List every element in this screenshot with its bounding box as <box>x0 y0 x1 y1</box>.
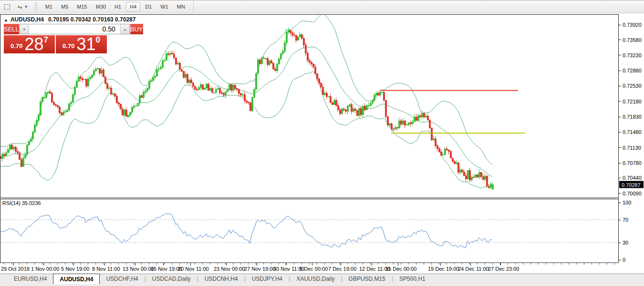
candle-body <box>55 105 56 106</box>
tab-usdchf-h4[interactable]: USDCHF,H4 <box>100 274 144 284</box>
tab-audusd-h4[interactable]: AUDUSD,H4 <box>53 274 100 284</box>
candle-body <box>131 107 133 112</box>
timeframe-button-h4[interactable]: H4 <box>126 2 140 11</box>
timeframe-button-m15[interactable]: M15 <box>73 2 91 11</box>
sell-price-big: 28 <box>24 37 43 52</box>
timeframe-button-w1[interactable]: W1 <box>156 2 172 11</box>
candle-body <box>59 107 60 112</box>
candle-body <box>366 106 367 110</box>
candle-body <box>57 106 58 107</box>
candle-body <box>421 113 423 117</box>
time-axis-label: 19 Dec 19:00 <box>428 266 459 272</box>
candle-body <box>461 170 463 172</box>
candle-body <box>297 37 299 40</box>
candle-body <box>452 158 453 162</box>
candle-body <box>272 63 274 69</box>
candle-body <box>229 85 230 90</box>
candle-body <box>339 110 341 113</box>
candle-body <box>436 146 438 149</box>
candle-body <box>492 185 493 189</box>
candle-body <box>291 32 293 35</box>
candle-body <box>133 106 135 107</box>
candle-body <box>370 103 371 106</box>
candle-body <box>43 97 45 98</box>
chart-title: ▲AUDUSD,H40.70195 0.70342 0.70163 0.7028… <box>4 16 135 23</box>
time-axis-label: 23 Nov 00:00 <box>214 266 245 272</box>
candle-body <box>406 124 407 125</box>
tab-usdcnh-h4[interactable]: USDCNH,H4 <box>198 274 244 284</box>
candle-body <box>274 69 276 71</box>
price-axis-label: 0.73920 <box>623 22 642 28</box>
candle-body <box>76 81 77 88</box>
tab-eurusd-h4[interactable]: EURUSD,H4 <box>8 274 53 284</box>
timeframe-button-m30[interactable]: M30 <box>92 2 110 11</box>
candle-body <box>467 171 468 179</box>
volume-increase-button[interactable]: ▲ <box>120 24 129 34</box>
candle-body <box>211 89 213 92</box>
candle-body <box>179 63 180 70</box>
candle-body <box>234 85 236 89</box>
toolbar-grip <box>35 2 37 11</box>
candle-body <box>425 116 426 117</box>
timeframe-button-d1[interactable]: D1 <box>141 2 156 11</box>
timeframe-button-m5[interactable]: M5 <box>57 2 72 11</box>
sell-price-sup: 7 <box>43 35 48 45</box>
buy-price-big: 31 <box>76 37 95 52</box>
tab-gbpusd-m15[interactable]: GBPUSD,M15 <box>343 274 392 284</box>
candle-body <box>442 155 444 155</box>
candle-body <box>19 153 20 160</box>
candle-body <box>360 108 362 115</box>
candle-body <box>488 186 489 187</box>
candle-body <box>38 115 39 120</box>
time-axis-label: 13 Nov 00:00 <box>123 266 154 272</box>
timeframe-button-mn[interactable]: MN <box>173 2 189 11</box>
candle-body <box>3 154 5 156</box>
candle-body <box>351 104 352 111</box>
window-layout-button[interactable] <box>2 1 12 12</box>
tab-sp500-h1[interactable]: SP500,H1 <box>393 274 432 284</box>
buy-button[interactable]: BUY <box>130 24 143 34</box>
candle-body <box>80 77 81 79</box>
candle-body <box>127 115 129 116</box>
candle-body <box>181 70 182 72</box>
timeframe-button-m1[interactable]: M1 <box>42 2 56 11</box>
candle-body <box>42 98 43 102</box>
candle-body <box>459 170 461 172</box>
time-axis-label: 8 Nov 11:00 <box>92 266 120 272</box>
candle-body <box>66 110 68 112</box>
candle-body <box>53 102 54 105</box>
candle-body <box>146 89 148 91</box>
buy-price-display[interactable]: 0.70 31 0 <box>56 35 107 53</box>
candle-body <box>175 58 177 64</box>
candle-body <box>316 73 318 79</box>
time-axis-label: 1 Nov 00:00 <box>31 266 59 272</box>
volume-decrease-button[interactable]: ▼ <box>20 24 29 34</box>
arrange-charts-button[interactable]: ▲▼ ▼ <box>14 1 31 12</box>
candle-body <box>188 80 190 82</box>
candle-body <box>410 123 411 124</box>
sell-price-display[interactable]: 0.70 28 7 <box>4 35 55 53</box>
tab-usdcad-daily[interactable]: USDCAD,Daily <box>146 274 197 284</box>
candle-body <box>194 87 196 90</box>
candle-body <box>185 74 186 77</box>
sell-button[interactable]: SELL <box>4 24 19 34</box>
timeframe-button-h1[interactable]: H1 <box>111 2 125 11</box>
candle-body <box>145 91 146 92</box>
candle-body <box>446 149 447 150</box>
candle-body <box>114 94 115 96</box>
price-axis-label: 0.71130 <box>623 145 641 151</box>
tab-xauusd-daily[interactable]: XAUUSD,Daily <box>290 274 341 284</box>
candle-body <box>253 90 255 98</box>
candle-body <box>307 53 308 60</box>
rsi-panel-area[interactable] <box>0 199 619 263</box>
dropdown-caret-icon: ▼ <box>24 5 28 9</box>
tab-usdjpy-h4[interactable]: USDJPY,H4 <box>246 274 289 284</box>
candle-body <box>217 89 218 89</box>
candle-body <box>166 54 167 60</box>
candle-body <box>221 92 222 93</box>
candle-body <box>1 154 3 158</box>
candle-body <box>375 93 377 95</box>
price-axis-label: 0.71830 <box>623 114 642 120</box>
volume-control: ▼ ▲ <box>20 24 130 34</box>
volume-input[interactable] <box>29 24 120 34</box>
